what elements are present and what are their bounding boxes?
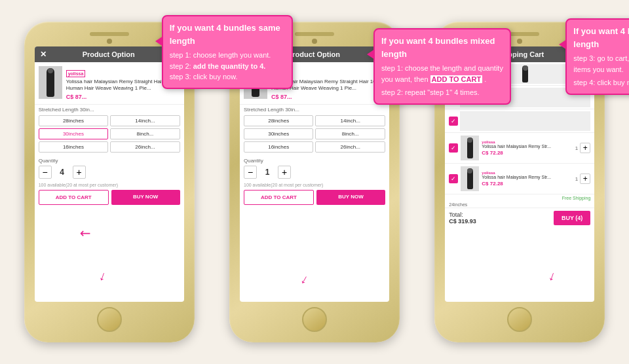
phone-1-qty-plus[interactable]: + [73,166,86,179]
phone-1-qty-label: Quantity [39,158,180,164]
phone-3-cart-hair-1 [467,137,473,158]
phone-2-size-26[interactable]: 26inch... [315,141,385,153]
phone-1-buy-now[interactable]: BUY NOW [111,190,180,205]
phone-3-cart-check-2[interactable]: ✓ [449,174,458,183]
phone-1-hair-img [47,68,54,97]
phone-2-qty-value: 1 [261,168,274,177]
phone-2-size-8[interactable]: 8inch... [315,128,385,139]
phone-3-total-label: Total: [449,211,476,218]
phone-1-size-28[interactable]: 28inches [39,115,109,126]
phone-3-cart-qty-val-2: 1 [575,176,578,182]
phone-2-qty-label: Quantity [244,158,385,164]
phone-1-home[interactable] [97,307,122,332]
callout-1-step3: step 3: click buy now. [170,71,285,82]
phone-1-product-img [39,66,62,99]
callout-2-step1: step 1: choose the length and quantity y… [381,63,503,84]
phone-3-cart-qty-2: 1 + [575,173,590,184]
phone-2-qty-plus[interactable]: + [278,166,291,179]
phone-3-total-price: C$ 319.93 [449,218,476,225]
phone-1-size-26[interactable]: 26inch... [110,141,180,153]
phone-3-shipping: Free Shipping [445,194,594,202]
phone-2-camera [312,39,317,44]
phone-2-qty-minus[interactable]: − [244,166,257,179]
phone-1-size-14[interactable]: 14inch... [110,115,180,126]
phone-1-size-label: Stretched Length 30in... [35,105,184,114]
phone-2-size-30[interactable]: 30inches [244,128,314,139]
callout-3-step3: step 3: go to cart, select all available… [573,53,629,75]
phone-3-cart-qty-plus-2[interactable]: + [580,173,590,184]
phone-3-cart-qty-1: 1 + [575,143,590,153]
phone-3-cart-name-1: Yolissa hair Malaysian Remy Str... [482,144,573,149]
phone-1-size-16[interactable]: 16inches [39,141,109,153]
phone-3-cart-item-1-details: yolissa Yolissa hair Malaysian Remy Str.… [482,140,573,156]
phone-3-cart-name-2: Yolissa hair Malaysian Remy Str... [482,175,573,180]
phone-1-size-8[interactable]: 8inch... [110,128,180,139]
callout-1-arrow [155,36,163,46]
phone-3-size-info: 24inches [445,202,594,208]
phone-1-brand: yolissa [66,70,86,77]
phone-1-cart-actions: ADD TO CART BUY NOW [35,190,184,208]
callout-3-arrow [559,39,567,50]
phone-1-qty-section: Quantity − 4 + [35,155,184,181]
phone-3-cart-qty-val-1: 1 [575,145,578,151]
phone-1-availability: 100 available(20 at most per customer) [35,181,184,190]
phone-3-cart-item-2-img [461,166,479,191]
phone-1-speaker [90,32,129,36]
callout-1: If you want 4 bundles same length step 1… [162,15,293,89]
phone-1-wrapper: If you want 4 bundles same length step 1… [24,22,195,342]
phone-3-cart-qty-plus-1[interactable]: + [580,143,590,153]
phone-3-cart-item-2-details: yolissa Yolissa hair Malaysian Remy Str.… [482,171,573,187]
phone-2-speaker [295,32,334,36]
phone-3-cart-check-1[interactable]: ✓ [449,143,458,153]
scene: If you want 4 bundles same length step 1… [0,0,629,364]
phone-1-qty-controls: − 4 + [39,166,180,179]
phone-1-qty-value: 4 [56,168,69,177]
phone-2-size-grid: 28inches 14inch... 30inches 8inch... 16i… [240,114,389,155]
phone-3-cart-item-1-img [461,136,479,160]
phone-3-cart-row3-checks: ✓ [445,109,594,133]
phone-2-qty-section: Quantity − 1 + [240,155,389,181]
phone-3-cart-hair-2 [467,168,473,189]
callout-1-step2: step 2: add the quantity to 4. [170,61,285,72]
phone-3-cart-item-2: ✓ yolissa Yolissa hair Malaysian Remy St… [445,164,594,194]
phone-3-bottom [441,302,598,335]
phone-2-home[interactable] [302,307,327,332]
callout-2-arrow [367,49,375,60]
callout-3-step4: step 4: click buy now. [573,77,629,88]
phone-1-size-30[interactable]: 30inches [39,128,109,139]
phone-1-camera [107,39,112,44]
phone-2-header-title: Product Option [288,50,340,58]
phone-2-price: C$ 87... [271,94,385,100]
phone-3-hair-1 [522,65,528,82]
callout-1-step1: step 1: choose length you want. [170,50,285,61]
phone-1-size-grid: 28inches 14inch... 30inches 8inch... 16i… [35,114,184,155]
callout-1-title: If you want 4 bundles same length [170,22,285,47]
phone-3-home[interactable] [507,307,532,332]
phone-1-add-to-cart[interactable]: ADD TO CART [39,190,109,205]
callout-3: If you want 4 bundles mixed length step … [565,18,629,95]
phone-1-qty-minus[interactable]: − [39,166,52,179]
phone-3-camera [517,39,522,44]
phone-2-size-16[interactable]: 16inches [244,141,314,153]
phone-2-size-14[interactable]: 14inch... [315,115,385,126]
phone-1-bottom [31,302,188,335]
callout-2-title: If you want 4 bundles mixed length [381,35,503,60]
phone-1-close[interactable]: ✕ [40,50,47,59]
phone-3-cart-price-2: C$ 72.28 [482,181,573,187]
phone-2-bottom [236,302,393,335]
phone-1-header-title: Product Option [83,50,135,58]
phone-1-price: C$ 87... [66,94,180,100]
callout-2: If you want 4 bundles mixed length step … [373,28,511,105]
phone-3-cart-item-1: ✓ yolissa Yolissa hair Malaysian Remy St… [445,133,594,164]
phone-3-check-3[interactable]: ✓ [449,117,458,126]
phone-3-buy-btn[interactable]: BUY (4) [554,211,590,225]
phone-2-qty-controls: − 1 + [244,166,385,179]
phone-2-size-label: Stretched Length 30in... [240,105,389,114]
phone-3-cart-price-1: C$ 72.28 [482,150,573,156]
phone-2-size-28[interactable]: 28inches [244,115,314,126]
phone-2-cart-actions: ADD TO CART BUY NOW [240,190,389,208]
phone-3-total-label-price: Total: C$ 319.93 [449,211,476,225]
phone-2-buy-now[interactable]: BUY NOW [316,190,385,205]
phone-2-availability: 100 available(20 at most per customer) [240,181,389,190]
phone-2-add-to-cart[interactable]: ADD TO CART [244,190,314,205]
